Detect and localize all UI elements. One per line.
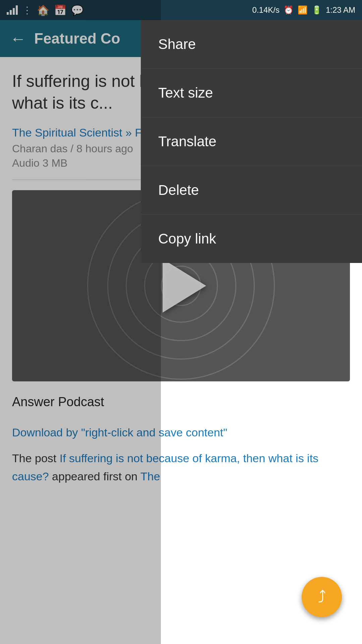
dropdown-item-delete[interactable]: Delete <box>141 166 362 215</box>
dropdown-item-share[interactable]: Share <box>141 20 362 69</box>
dropdown-item-translate[interactable]: Translate <box>141 117 362 166</box>
dropdown-menu: ShareText sizeTranslateDeleteCopy link <box>141 20 362 263</box>
dropdown-item-text-size[interactable]: Text size <box>141 69 362 117</box>
dropdown-overlay: ShareText sizeTranslateDeleteCopy link <box>0 0 362 644</box>
dropdown-dim[interactable] <box>0 0 161 644</box>
dropdown-item-copy-link[interactable]: Copy link <box>141 215 362 263</box>
